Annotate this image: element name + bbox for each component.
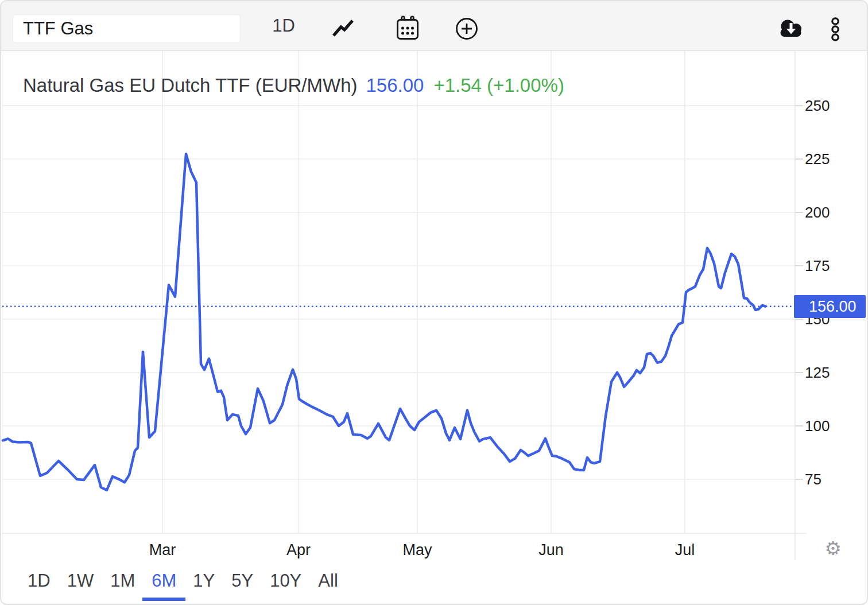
time-axis-label: Jun [525, 541, 577, 559]
price-axis-label: 75 [805, 471, 862, 488]
range-tabbar: 1D1W1M6M1Y5Y10YAll [1, 568, 867, 603]
range-tab-5y[interactable]: 5Y [231, 568, 253, 602]
price-change: +1.54 (+1.00%) [433, 75, 564, 96]
last-price: 156.00 [366, 75, 424, 96]
price-axis-label: 200 [805, 204, 862, 222]
time-axis-label: Mar [137, 541, 188, 559]
chart-legend: Natural Gas EU Dutch TTF (EUR/MWh) 156.0… [23, 75, 564, 96]
time-axis-label: May [392, 541, 443, 559]
price-axis-label: 225 [805, 150, 862, 168]
chart-widget-card: 1D [0, 0, 868, 605]
range-tab-6m[interactable]: 6M [152, 568, 176, 602]
current-price-label: 156.00 [794, 295, 866, 318]
range-tab-10y[interactable]: 10Y [270, 568, 301, 602]
price-axis-label: 250 [805, 97, 862, 115]
symbol-title: Natural Gas EU Dutch TTF (EUR/MWh) [23, 75, 357, 96]
price-axis-label: 175 [805, 257, 862, 275]
range-tab-1w[interactable]: 1W [67, 568, 94, 602]
price-axis-label: 100 [805, 417, 862, 435]
range-tab-1d[interactable]: 1D [28, 568, 51, 602]
range-tab-all[interactable]: All [318, 568, 338, 602]
time-axis-label: Apr [273, 541, 324, 559]
range-tab-1m[interactable]: 1M [110, 568, 135, 602]
range-tab-1y[interactable]: 1Y [193, 568, 215, 602]
settings-gear-icon[interactable]: ⚙ [821, 536, 845, 560]
time-axis-label: Jul [659, 541, 711, 559]
price-axis-label: 125 [805, 364, 862, 382]
